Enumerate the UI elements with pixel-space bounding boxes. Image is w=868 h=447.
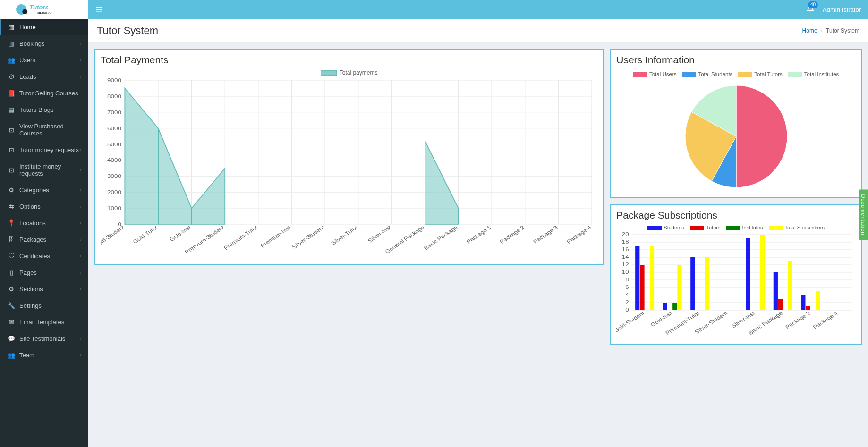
svg-text:2: 2 <box>625 299 629 305</box>
sidebar-item-bookings[interactable]: ▥Bookings‹ <box>0 35 88 52</box>
sliders-icon: ⇆ <box>7 203 16 210</box>
sidebar-item-label: Email Templates <box>19 319 81 326</box>
svg-text:Gold-Inst: Gold-Inst <box>168 224 193 243</box>
sidebar-item-label: Institute money requests <box>19 163 80 177</box>
svg-rect-95 <box>801 295 805 310</box>
sidebar-item-label: Certificates <box>19 253 80 260</box>
svg-rect-85 <box>705 257 709 310</box>
sidebar-item-home[interactable]: ▦Home <box>0 19 88 35</box>
sidebar-item-institute-money-requests[interactable]: ⊡Institute money requests‹ <box>0 158 88 182</box>
svg-text:9000: 9000 <box>107 78 121 84</box>
pin-icon: 📍 <box>7 219 16 227</box>
sidebar-item-label: Pages <box>19 269 80 276</box>
svg-rect-78 <box>650 246 654 310</box>
sidebar-item-team[interactable]: 👥Team‹ <box>0 347 88 363</box>
page-header: Tutor System Home › Tutor System <box>88 19 868 43</box>
sidebar-item-label: Options <box>19 203 80 210</box>
sidebar-item-tutors-blogs[interactable]: ▤Tutors Blogs <box>0 101 88 118</box>
sidebar-item-leads[interactable]: ⏱Leads‹ <box>0 68 88 85</box>
svg-rect-89 <box>760 235 765 310</box>
chevron-left-icon: ‹ <box>80 336 81 341</box>
sidebar-item-locations[interactable]: 📍Locations‹ <box>0 215 88 231</box>
svg-rect-96 <box>806 306 810 310</box>
sidebar-item-packages[interactable]: 🗄Packages‹ <box>0 231 88 248</box>
svg-rect-84 <box>690 257 695 310</box>
gear-icon: ⚙ <box>7 286 16 293</box>
panel-package-subs: Package Subscriptions StudentsTutorsInst… <box>610 204 862 345</box>
line-chart-legend: Total payments <box>101 69 597 76</box>
sidebar-item-label: Settings <box>19 302 81 309</box>
svg-rect-82 <box>678 265 682 310</box>
panel-title: Package Subscriptions <box>616 210 856 221</box>
panel-title: Total Payments <box>101 54 597 66</box>
user-menu[interactable]: Admin Istrator <box>823 6 861 13</box>
bar-chart-legend: StudentsTutorsInstitutesTotal Subscriber… <box>616 225 856 230</box>
svg-text:Premium-Tutor: Premium-Tutor <box>222 224 259 251</box>
breadcrumb-home[interactable]: Home <box>802 27 817 34</box>
sidebar-item-site-testimonials[interactable]: 💬Site Testimonials‹ <box>0 330 88 347</box>
svg-text:16: 16 <box>622 246 629 253</box>
money-icon: ⊡ <box>7 167 16 174</box>
svg-text:Silver-Student: Silver-Student <box>291 224 326 250</box>
sidebar-item-label: Team <box>19 352 80 359</box>
svg-text:8: 8 <box>625 277 629 283</box>
svg-text:2000: 2000 <box>107 189 121 195</box>
sidebar-item-users[interactable]: 👥Users‹ <box>0 52 88 68</box>
svg-text:Premium-Inst: Premium-Inst <box>259 224 293 249</box>
sidebar-item-label: Tutor Selling Courses <box>19 90 81 97</box>
sidebar-item-label: Tutors Blogs <box>19 106 81 113</box>
svg-text:7000: 7000 <box>107 110 121 116</box>
notifications-button[interactable]: 40 <box>807 5 814 14</box>
menu-toggle-icon[interactable]: ☰ <box>95 5 102 14</box>
comment-icon: 💬 <box>7 335 16 342</box>
svg-text:18: 18 <box>622 239 629 245</box>
svg-text:Package 4: Package 4 <box>565 224 593 245</box>
chevron-left-icon: ‹ <box>80 353 81 358</box>
chevron-left-icon: ‹ <box>80 147 81 152</box>
sidebar-item-label: Tutor money requests <box>19 146 80 153</box>
users-icon: 👥 <box>7 57 16 64</box>
svg-text:Package 1: Package 1 <box>465 224 493 245</box>
brand-logo[interactable]: TutorsMENORAH <box>0 0 88 19</box>
sidebar-item-categories[interactable]: ⚙Categories‹ <box>0 182 88 198</box>
pie-chart <box>616 82 856 191</box>
svg-text:4000: 4000 <box>107 158 121 164</box>
svg-point-1 <box>23 9 28 14</box>
svg-rect-80 <box>663 303 667 310</box>
sidebar-item-sections[interactable]: ⚙Sections‹ <box>0 281 88 297</box>
sidebar-item-certificates[interactable]: 🛡Certificates‹ <box>0 248 88 264</box>
svg-text:10: 10 <box>622 269 629 275</box>
sidebar-item-label: Users <box>19 57 80 64</box>
sidebar-item-pages[interactable]: ▯Pages‹ <box>0 264 88 281</box>
newspaper-icon: ▤ <box>7 106 16 113</box>
svg-rect-77 <box>640 265 645 310</box>
sidebar-item-view-purchased-courses[interactable]: ⊡View Purchased Courses <box>0 118 88 142</box>
mail-icon: ✉ <box>7 319 16 326</box>
chevron-left-icon: ‹ <box>80 270 81 275</box>
calendar-icon: ▥ <box>7 40 16 47</box>
pie-chart-legend: Total UsersTotal StudentsTotal TutorsTot… <box>616 69 856 79</box>
sidebar-item-tutor-money-requests[interactable]: ⊡Tutor money requests‹ <box>0 142 88 158</box>
svg-text:Gold-Student: Gold-Student <box>616 310 646 334</box>
sidebar: TutorsMENORAH ▦Home▥Bookings‹👥Users‹⏱Lea… <box>0 0 88 447</box>
sidebar-item-label: View Purchased Courses <box>19 123 81 137</box>
svg-text:Package 4: Package 4 <box>812 310 840 330</box>
sidebar-item-email-templates[interactable]: ✉Email Templates <box>0 314 88 330</box>
svg-rect-76 <box>635 246 639 310</box>
panel-total-payments: Total Payments Total payments 0100020003… <box>94 49 604 265</box>
svg-text:4: 4 <box>625 292 629 298</box>
breadcrumb-current: Tutor System <box>826 27 859 34</box>
svg-text:6: 6 <box>625 284 629 290</box>
sidebar-item-options[interactable]: ⇆Options‹ <box>0 198 88 215</box>
svg-text:5000: 5000 <box>107 142 121 148</box>
sidebar-item-settings[interactable]: 🔧Settings <box>0 297 88 314</box>
chevron-left-icon: ‹ <box>80 187 81 193</box>
bar-chart: 02468101214161820Gold-StudentGold-InstPr… <box>616 232 856 337</box>
sidebar-item-label: Bookings <box>19 40 80 47</box>
svg-text:Silver-Inst: Silver-Inst <box>730 310 757 329</box>
svg-text:Package 2: Package 2 <box>498 224 526 245</box>
svg-text:Package 3: Package 3 <box>532 224 560 245</box>
documentation-tab[interactable]: Documentation <box>859 189 868 240</box>
sidebar-item-tutor-selling-courses[interactable]: 📕Tutor Selling Courses <box>0 85 88 101</box>
svg-text:1000: 1000 <box>107 205 121 211</box>
